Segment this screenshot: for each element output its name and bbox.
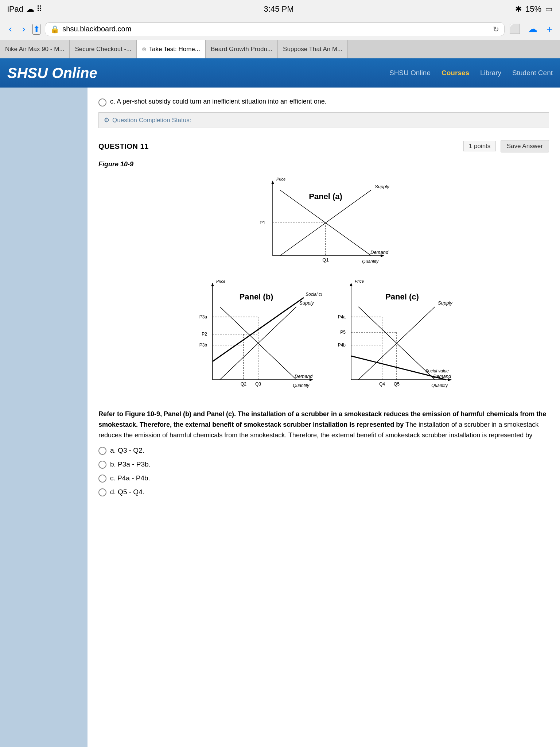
svg-text:Q4: Q4 [379, 382, 385, 387]
svg-text:P1: P1 [260, 220, 265, 225]
tab-suppose[interactable]: Suppose That An M... [278, 40, 348, 58]
tab-beard[interactable]: Beard Growth Produ... [206, 40, 278, 58]
shsu-header: SHSU Online SHSU Online Courses Library … [0, 58, 560, 88]
status-bar: iPad ☁ ⠿ 3:45 PM ✱ 15% ▭ [0, 0, 560, 18]
svg-text:Demand: Demand [433, 374, 451, 379]
nav-library[interactable]: Library [480, 69, 501, 77]
nav-icons: ⬜ ☁ ＋ [509, 23, 554, 35]
svg-text:Q1: Q1 [322, 257, 328, 263]
svg-marker-17 [211, 283, 214, 286]
tab-test[interactable]: ⊗ Take Test: Home... [137, 40, 205, 58]
main-content: c. A per-shot subsidy could turn an inef… [88, 88, 560, 747]
radio-prev-c[interactable] [98, 98, 106, 107]
tabs-bar: Nike Air Max 90 - M... Secure Checkout -… [0, 40, 560, 58]
nav-courses[interactable]: Courses [442, 69, 469, 77]
battery-icon: ▭ [545, 4, 553, 14]
shsu-logo: SHSU Online [7, 65, 389, 81]
question-11-header: QUESTION 11 1 points Save Answer [98, 140, 549, 156]
add-tab-icon[interactable]: ＋ [545, 23, 554, 35]
shsu-nav: SHSU Online Courses Library Student Cent [389, 69, 553, 77]
save-answer-button[interactable]: Save Answer [501, 140, 549, 152]
svg-text:P5: P5 [340, 330, 346, 335]
points-badge: 1 points [463, 141, 496, 151]
tabs-icon[interactable]: ⬜ [509, 23, 521, 35]
completion-label: Question Completion Status: [112, 117, 191, 124]
tab-label: Beard Growth Produ... [211, 46, 272, 53]
share-button[interactable]: ⬆ [32, 24, 40, 35]
option-prev-c-label: c. A per-shot subsidy could turn an inef… [110, 98, 327, 105]
nav-student-center[interactable]: Student Cent [512, 69, 553, 77]
radio-d[interactable] [98, 488, 106, 496]
option-d-label: d. Q5 - Q4. [110, 488, 144, 496]
tab-checkout[interactable]: Secure Checkout -... [70, 40, 137, 58]
tab-label: Suppose That An M... [283, 46, 342, 53]
svg-marker-2 [271, 181, 274, 184]
radio-a[interactable] [98, 447, 106, 455]
url-text: shsu.blackboard.com [62, 25, 490, 33]
device-label: iPad [7, 4, 23, 14]
bluetooth-icon: ✱ [515, 4, 522, 14]
tab-label: Nike Air Max 90 - M... [5, 46, 64, 53]
svg-text:Price: Price [276, 177, 285, 181]
forward-button[interactable]: › [19, 22, 28, 36]
svg-text:P4a: P4a [338, 314, 346, 320]
radio-b[interactable] [98, 461, 106, 469]
svg-text:Panel (b): Panel (b) [240, 292, 273, 301]
svg-text:Quantity: Quantity [293, 383, 310, 388]
svg-line-44 [351, 356, 446, 380]
svg-line-21 [213, 298, 304, 361]
time-display: 3:45 PM [264, 4, 294, 14]
svg-text:Demand: Demand [370, 249, 389, 255]
svg-text:Quantity: Quantity [362, 259, 379, 264]
nav-shsu-online[interactable]: SHSU Online [389, 69, 431, 77]
panel-bc-row: P3a P2 P3b Q2 Q3 Price Quantity Panel (b… [187, 278, 460, 402]
wifi-icon: ☁ ⠿ [26, 4, 42, 14]
svg-text:Panel (a): Panel (a) [309, 192, 342, 201]
svg-text:Social value: Social value [425, 368, 449, 374]
svg-text:Q5: Q5 [394, 382, 400, 387]
svg-text:P3b: P3b [199, 342, 207, 348]
svg-text:Q2: Q2 [241, 382, 246, 387]
option-c: c. P4a - P4b. [98, 474, 549, 483]
svg-text:Q3: Q3 [255, 382, 261, 387]
svg-text:Supply: Supply [438, 300, 453, 306]
svg-text:Social cost: Social cost [306, 292, 322, 297]
completion-arrow: ⚙ [104, 116, 109, 124]
back-button[interactable]: ‹ [6, 22, 15, 36]
charts-container: P1 Q1 Price Quantity Panel (a) Supply De… [98, 175, 549, 402]
svg-text:P4b: P4b [338, 342, 346, 348]
sidebar [0, 88, 88, 747]
svg-text:Price: Price [355, 279, 364, 283]
answer-options: a. Q3 - Q2. b. P3a - P3b. c. P4a - P4b. … [98, 446, 549, 496]
battery-text: 15% [525, 4, 541, 14]
radio-c[interactable] [98, 475, 106, 483]
address-bar[interactable]: 🔒 shsu.blackboard.com ↻ [45, 22, 505, 36]
figure-caption: Figure 10-9 [98, 160, 549, 168]
divider [98, 134, 549, 134]
cloud-icon[interactable]: ☁ [528, 23, 537, 35]
svg-text:Panel (c): Panel (c) [385, 292, 419, 301]
tab-label: Take Test: Home... [149, 46, 200, 53]
svg-text:Supply: Supply [299, 300, 314, 306]
svg-marker-40 [350, 283, 353, 286]
status-left: iPad ☁ ⠿ [7, 4, 42, 14]
refresh-icon[interactable]: ↻ [493, 25, 499, 34]
tab-nike[interactable]: Nike Air Max 90 - M... [0, 40, 70, 58]
question-11-controls: 1 points Save Answer [463, 140, 549, 152]
tab-label: Secure Checkout -... [75, 46, 131, 53]
panel-c-chart: P4a P5 P4b Q4 Q5 Price Quantity Panel (c… [326, 278, 460, 402]
option-a: a. Q3 - Q2. [98, 446, 549, 455]
option-c-label: c. P4a - P4b. [110, 474, 150, 482]
question-11-text: Refer to Figure 10-9, Panel (b) and Pane… [98, 409, 549, 440]
svg-text:Supply: Supply [375, 184, 390, 189]
svg-text:Quantity: Quantity [431, 383, 448, 388]
prev-question-option-c: c. A per-shot subsidy could turn an inef… [98, 98, 549, 109]
svg-text:Demand: Demand [295, 374, 313, 379]
close-tab-icon[interactable]: ⊗ [142, 46, 147, 53]
option-b: b. P3a - P3b. [98, 460, 549, 469]
option-b-label: b. P3a - P3b. [110, 460, 151, 468]
svg-text:P2: P2 [202, 332, 207, 337]
panel-a-chart: P1 Q1 Price Quantity Panel (a) Supply De… [251, 175, 397, 278]
question-11-title: QUESTION 11 [98, 142, 149, 151]
nav-bar: ‹ › ⬆ 🔒 shsu.blackboard.com ↻ ⬜ ☁ ＋ [0, 18, 560, 40]
